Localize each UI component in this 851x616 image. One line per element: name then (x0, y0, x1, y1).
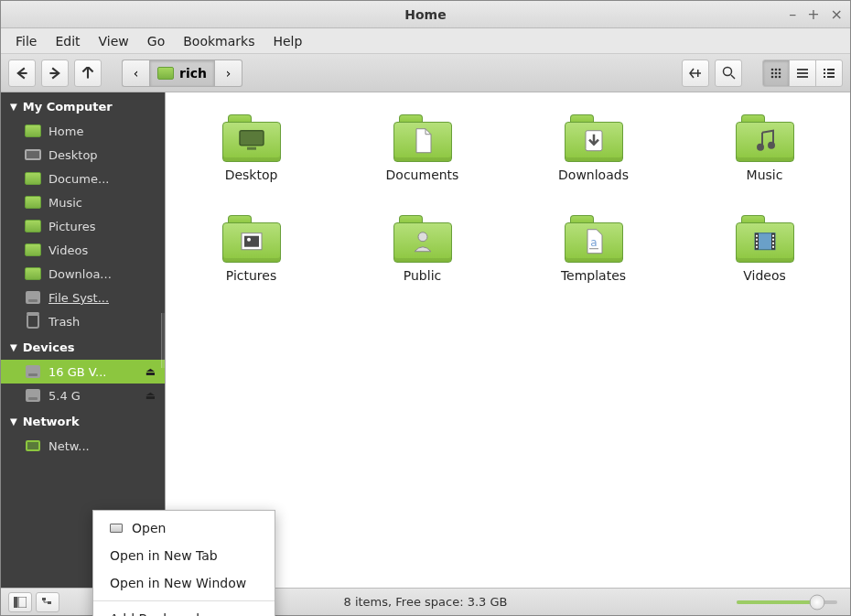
folder-public[interactable]: Public (364, 210, 480, 288)
sidebar-item-home[interactable]: Home (1, 119, 165, 143)
compact-icon (823, 67, 835, 80)
context-menu-open-in-new-window[interactable]: Open in New Window (93, 569, 275, 597)
folder-label: Downloads (558, 168, 629, 182)
menu-file[interactable]: File (8, 30, 44, 52)
sidebar-item-file-syst-[interactable]: File Syst... (1, 286, 165, 309)
svg-point-14 (779, 75, 781, 78)
sidebar-item-label: Desktop (48, 148, 98, 162)
disclosure-triangle-icon: ▼ (10, 342, 17, 352)
trash-icon (27, 314, 39, 329)
menubar: FileEditViewGoBookmarksHelp (1, 28, 850, 54)
sidebar-item-music[interactable]: Music (1, 190, 165, 214)
breadcrumb-prev-button[interactable]: ‹ (122, 59, 149, 87)
arrow-left-icon (16, 67, 28, 80)
sidebar-item-docume-[interactable]: Docume... (1, 167, 165, 190)
sidebar-item-label: 5.4 G (48, 389, 81, 403)
sidebar-item-netw-[interactable]: Netw... (1, 434, 165, 458)
svg-rect-50 (48, 601, 51, 604)
folder-label: Documents (386, 168, 459, 182)
svg-point-9 (771, 71, 774, 74)
music-emblem-icon (749, 125, 781, 157)
titlebar: Home – + × (1, 1, 850, 28)
folder-icon (25, 172, 41, 185)
sidebar-item-pictures[interactable]: Pictures (1, 214, 165, 238)
folder-icon (25, 243, 41, 256)
folder-documents[interactable]: Documents (364, 109, 480, 188)
folder-pictures[interactable]: Pictures (193, 210, 309, 288)
zoom-slider[interactable] (737, 600, 837, 604)
minimize-button[interactable]: – (789, 7, 796, 22)
context-menu-label: Add Bookmark (110, 611, 203, 616)
show-places-button[interactable] (8, 592, 32, 612)
folder-desktop[interactable]: Desktop (193, 109, 309, 188)
menu-view[interactable]: View (92, 30, 136, 52)
sidebar-section-network[interactable]: ▼Network (1, 407, 165, 434)
folder-music[interactable]: Music (706, 109, 823, 188)
folder-videos[interactable]: Videos (706, 210, 823, 288)
grid-icon (770, 67, 782, 80)
arrow-up-icon (81, 67, 94, 80)
sidebar-section-my-computer[interactable]: ▼My Computer (1, 92, 165, 119)
svg-rect-43 (772, 235, 774, 237)
compact-view-button[interactable] (815, 59, 843, 87)
svg-point-32 (247, 238, 251, 242)
context-menu-open-in-new-tab[interactable]: Open in New Tab (93, 542, 275, 569)
context-menu-label: Open in New Tab (110, 548, 218, 563)
list-view-button[interactable] (789, 59, 816, 87)
folder-label: Templates (561, 268, 626, 283)
zoom-thumb[interactable] (810, 594, 825, 610)
svg-point-13 (775, 75, 778, 78)
menu-edit[interactable]: Edit (48, 30, 87, 52)
svg-rect-20 (824, 72, 825, 74)
sidebar-section-devices[interactable]: ▼Devices (1, 333, 165, 360)
breadcrumb-current[interactable]: rich (149, 59, 215, 87)
svg-rect-22 (824, 76, 825, 78)
maximize-button[interactable]: + (807, 7, 819, 22)
video-emblem-icon (749, 226, 781, 257)
folder-templates[interactable]: aTemplates (535, 210, 652, 288)
eject-icon[interactable]: ⏏ (145, 389, 156, 402)
toolbar: ‹ rich › (1, 54, 850, 92)
folder-icon: a (565, 215, 623, 263)
folder-icon (25, 267, 41, 280)
icon-view-button[interactable] (762, 59, 790, 87)
document-emblem-icon (407, 125, 438, 157)
picture-emblem-icon (236, 226, 267, 257)
menu-go[interactable]: Go (140, 30, 172, 52)
forward-button[interactable] (41, 59, 69, 87)
pathbar-icon (688, 67, 703, 80)
back-button[interactable] (8, 59, 36, 87)
folder-label: Public (404, 268, 441, 283)
up-button[interactable] (74, 59, 102, 87)
sidebar-item-label: Downloa... (48, 267, 112, 281)
search-button[interactable] (715, 59, 742, 87)
list-icon (796, 67, 809, 80)
drive-icon (26, 291, 40, 304)
sidebar-item-label: 16 GB V... (48, 365, 106, 379)
sidebar-item-downloa-[interactable]: Downloa... (1, 262, 165, 286)
svg-point-12 (771, 75, 774, 78)
open-icon (110, 524, 123, 533)
sidebar-item-desktop[interactable]: Desktop (1, 143, 165, 167)
folder-downloads[interactable]: Downloads (535, 109, 652, 188)
context-menu-add-bookmark[interactable]: Add Bookmark (93, 605, 275, 616)
context-menu-open[interactable]: Open (93, 514, 275, 542)
template-emblem-icon: a (578, 226, 609, 257)
sidebar-item-16-gb-v-[interactable]: 16 GB V...⏏ (1, 360, 165, 384)
svg-rect-18 (824, 69, 825, 70)
breadcrumb-next-button[interactable]: › (215, 59, 242, 87)
sidebar-item-videos[interactable]: Videos (1, 238, 165, 262)
close-button[interactable]: × (831, 7, 843, 22)
sidebar-item-5-4-g[interactable]: 5.4 G⏏ (1, 384, 165, 407)
eject-icon[interactable]: ⏏ (145, 365, 156, 378)
svg-rect-48 (18, 597, 27, 608)
svg-rect-39 (756, 235, 758, 237)
show-tree-button[interactable] (36, 592, 59, 612)
sidebar-resize-handle[interactable] (161, 313, 165, 368)
sidebar-item-trash[interactable]: Trash (1, 309, 165, 333)
places-icon (14, 597, 27, 608)
svg-rect-3 (697, 70, 699, 77)
menu-help[interactable]: Help (265, 30, 309, 52)
toggle-pathbar-button[interactable] (682, 59, 709, 87)
menu-bookmarks[interactable]: Bookmarks (176, 30, 262, 52)
